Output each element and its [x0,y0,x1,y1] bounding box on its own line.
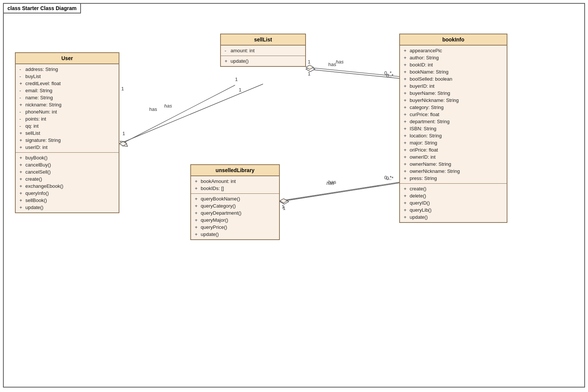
connector-user-selllist [119,84,263,144]
svg-marker-1 [119,141,127,146]
svg-text:1: 1 [239,87,241,93]
attr-user-creditlevel: + creditLevel: float [16,80,119,87]
attr-bookinfo-buyernickname: + buyerNickname: String [400,97,507,104]
class-bookinfo: bookInfo + appearancePic + author: Strin… [399,34,507,223]
method-bookinfo-update: + update() [400,214,507,221]
class-user-header: User [16,53,119,64]
class-selllist-methods: + update() [221,56,305,66]
method-unselled-querymajor: + queryMajor() [191,217,279,224]
class-selllist-attributes: - amount: int [221,46,305,56]
svg-text:1: 1 [122,131,125,136]
attr-bookinfo-author: + author: String [400,54,507,61]
method-unselled-queryprice: + queryPrice() [191,224,279,231]
mult-user-start: 1 [121,86,124,91]
diagram-title: class Starter Class Diagram [4,4,81,13]
mult-unselled-start: 1 [283,205,285,211]
class-user-methods: + buyBook() + cancelBuy() + cancelSell()… [16,153,119,212]
attr-bookinfo-buyerid: + buyerID: int [400,83,507,90]
svg-text:has: has [164,103,172,109]
method-unselled-querybookname: + queryBookName() [191,195,279,202]
attr-bookinfo-appearancepic: + appearancePic [400,47,507,54]
method-bookinfo-delete: + delete() [400,192,507,199]
attr-bookinfo-boolselled: + boolSelled: boolean [400,75,507,83]
connector-selllist-bookinfo [306,69,399,78]
attr-bookinfo-ownernickname: + ownerNickname: String [400,168,507,175]
method-user-create: + create() [16,175,119,183]
label-user-selllist: has [149,106,157,112]
attr-bookinfo-isbn: + ISBN: String [400,125,507,132]
method-bookinfo-queryid: + queryID() [400,199,507,206]
method-user-sellbook: + sellBook() [16,197,119,204]
attr-bookinfo-ownername: + ownerName: String [400,161,507,168]
diamond-unselled [280,199,289,204]
attr-user-nickname: + nickname: String [16,101,119,108]
attr-bookinfo-oriprice: + oriPrice: float [400,146,507,153]
class-user: User - address: String - buyList + credi… [15,52,119,213]
class-unselledlibrary: unselledLibrary + bookAmount: int + book… [190,164,280,240]
method-bookinfo-create: + create() [400,185,507,192]
class-selllist: sellList - amount: int + update() [220,34,306,67]
attr-user-address: - address: String [16,66,119,73]
attr-bookinfo-location: + location: String [400,132,507,139]
svg-line-4 [280,182,399,201]
attr-bookinfo-press: + press: String [400,175,507,182]
attr-bookinfo-bookid: + bookID: int [400,61,507,68]
svg-line-0 [122,85,235,144]
method-unselled-update: + update() [191,231,279,238]
attr-user-name: - name: String [16,94,119,101]
attr-user-email: - email: String [16,87,119,94]
attr-user-points: - points: int [16,115,119,122]
svg-text:1: 1 [308,59,310,65]
attr-user-selllist: + sellList [16,130,119,137]
attr-user-qq: - qq: int [16,122,119,130]
attr-selllist-amount: - amount: int [221,47,305,54]
svg-line-2 [306,67,399,77]
attr-bookinfo-buyername: + buyerName: String [400,90,507,97]
class-selllist-header: sellList [221,34,305,46]
attr-user-phonenum: - phoneNum: int [16,108,119,115]
method-user-queryinfo: + queryInfo() [16,190,119,197]
attr-user-buylist: - buyList [16,73,119,80]
attr-user-userid: + userID: int [16,144,119,151]
attr-bookinfo-major: + major: String [400,139,507,146]
connector-unselled-bookinfo [280,183,399,202]
class-bookinfo-methods: + create() + delete() + queryID() + quer… [400,184,507,222]
method-user-cancelsell: + cancelSell() [16,168,119,175]
attr-unselled-bookids: + bookIDs: [] [191,185,279,192]
label-selllist-bookinfo: has [328,62,336,67]
vis: - [19,66,25,72]
class-unselled-header: unselledLibrary [191,165,279,176]
method-user-update: + update() [16,204,119,211]
svg-marker-5 [280,199,287,203]
attr-user-signature: + signature: String [16,137,119,144]
class-unselled-methods: + queryBookName() + queryCategory() + qu… [191,194,279,239]
method-unselled-querydepartment: + queryDepartment() [191,209,279,217]
class-user-attributes: - address: String - buyList + creditLeve… [16,64,119,153]
attr-unselled-bookamount: + bookAmount: int [191,178,279,185]
method-selllist-update: + update() [221,57,305,65]
attr-bookinfo-curprice: + curPrice: float [400,111,507,118]
mult-selllist-start: 1 [308,71,310,77]
method-user-buybook: + buyBook() [16,154,119,161]
class-unselled-attributes: + bookAmount: int + bookIDs: [] [191,176,279,194]
attr-bookinfo-ownerid: + ownerID: int [400,153,507,161]
mult-selllist-end: 0..* [386,73,394,78]
attr-bookinfo-category: + category: String [400,104,507,111]
diagram-wrapper: class Starter Class Diagram has 1 1 has … [3,3,585,388]
diamond-user [119,139,129,148]
mult-unselled-end: 0..* [386,175,394,181]
svg-marker-3 [306,65,313,69]
label-unselled-bookinfo: has [328,179,336,185]
svg-text:has: has [336,59,344,65]
method-unselled-querycategory: + queryCategory() [191,202,279,209]
mult-user-end: 1 [235,77,238,82]
attr-bookinfo-department: + department: String [400,118,507,125]
method-user-cancelbuy: + cancelBuy() [16,161,119,168]
class-bookinfo-attributes: + appearancePic + author: String + bookI… [400,46,507,184]
method-user-exchangeebook: + exchangeEbook() [16,183,119,190]
method-bookinfo-querylib: + queryLib() [400,206,507,214]
class-bookinfo-header: bookInfo [400,34,507,46]
attr-bookinfo-bookname: + bookName: String [400,68,507,75]
